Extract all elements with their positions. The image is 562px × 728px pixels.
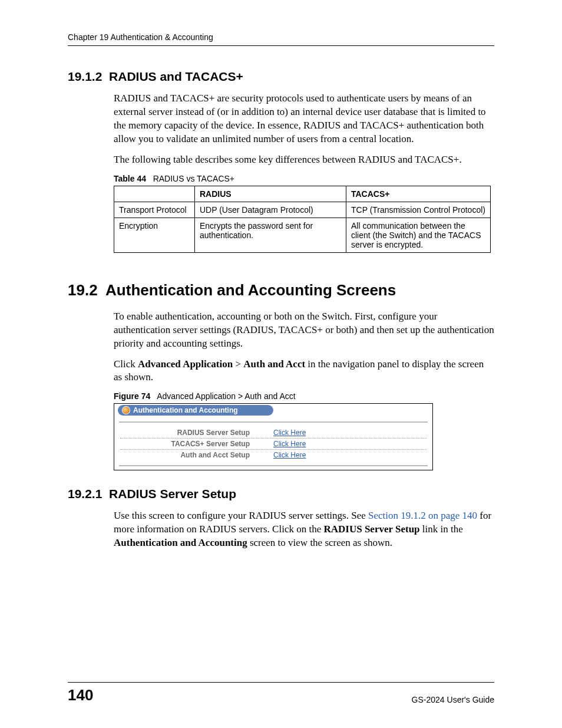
heading-number: 19.2.1 <box>68 487 102 500</box>
click-here-link[interactable]: Click Here <box>273 429 306 437</box>
figure-caption-label: Figure 74 <box>114 391 150 401</box>
setup-row-label: RADIUS Server Setup <box>120 429 273 437</box>
setup-row-radius: RADIUS Server Setup Click Here <box>120 427 427 438</box>
table-header-cell: TACACS+ <box>346 186 491 202</box>
heading-number: 19.1.2 <box>68 70 102 83</box>
table-cell: TCP (Transmission Control Protocol) <box>346 202 491 218</box>
guide-name: GS-2024 User's Guide <box>412 695 494 704</box>
table-caption: Table 44 RADIUS vs TACACS+ <box>114 174 494 183</box>
setup-row-label: Auth and Acct Setup <box>120 451 273 459</box>
paragraph: To enable authentication, accounting or … <box>114 310 494 351</box>
table-caption-text: RADIUS vs TACACS+ <box>153 174 234 183</box>
table-cell: Transport Protocol <box>114 202 195 218</box>
figure-74-screenshot: Authentication and Accounting RADIUS Ser… <box>114 403 433 470</box>
heading-19-2: 19.2 Authentication and Accounting Scree… <box>68 281 494 299</box>
heading-19-2-1: 19.2.1 RADIUS Server Setup <box>68 487 494 501</box>
setup-row-tacacs: TACACS+ Server Setup Click Here <box>120 438 427 449</box>
heading-title: RADIUS Server Setup <box>109 487 236 500</box>
table-cell: Encryption <box>114 218 195 252</box>
page-footer: 140 GS-2024 User's Guide <box>68 682 494 704</box>
heading-19-1-2: 19.1.2 RADIUS and TACACS+ <box>68 70 494 84</box>
heading-title: RADIUS and TACACS+ <box>109 70 243 83</box>
paragraph: Use this screen to configure your RADIUS… <box>114 509 494 550</box>
panel-title-pill: Authentication and Accounting <box>118 405 273 416</box>
click-here-link[interactable]: Click Here <box>273 440 306 448</box>
table-cell: Encrypts the password sent for authentic… <box>195 218 346 252</box>
running-header: Chapter 19 Authentication & Accounting <box>68 32 494 46</box>
figure-caption-text: Advanced Application > Auth and Acct <box>157 391 295 401</box>
table-44: RADIUS TACACS+ Transport Protocol UDP (U… <box>114 186 491 253</box>
table-row: Transport Protocol UDP (User Datagram Pr… <box>114 202 491 218</box>
setup-row-auth-acct: Auth and Acct Setup Click Here <box>120 449 427 460</box>
table-cell: All communication between the client (th… <box>346 218 491 252</box>
paragraph: RADIUS and TACACS+ are security protocol… <box>114 92 494 146</box>
paragraph: Click Advanced Application > Auth and Ac… <box>114 358 494 385</box>
table-header-cell: RADIUS <box>195 186 346 202</box>
paragraph: The following table describes some key d… <box>114 153 494 167</box>
heading-title: Authentication and Accounting Screens <box>105 281 396 299</box>
heading-number: 19.2 <box>68 281 98 299</box>
table-header-cell <box>114 186 195 202</box>
setup-row-label: TACACS+ Server Setup <box>120 440 273 448</box>
panel-title: Authentication and Accounting <box>133 406 238 414</box>
table-row: Encryption Encrypts the password sent fo… <box>114 218 491 252</box>
table-cell: UDP (User Datagram Protocol) <box>195 202 346 218</box>
click-here-link[interactable]: Click Here <box>273 451 306 459</box>
cross-ref-link[interactable]: Section 19.1.2 on page 140 <box>368 510 477 521</box>
page-number: 140 <box>68 686 93 704</box>
table-caption-label: Table 44 <box>114 174 146 183</box>
figure-caption: Figure 74 Advanced Application > Auth an… <box>114 391 494 401</box>
panel-dot-icon <box>123 407 130 414</box>
